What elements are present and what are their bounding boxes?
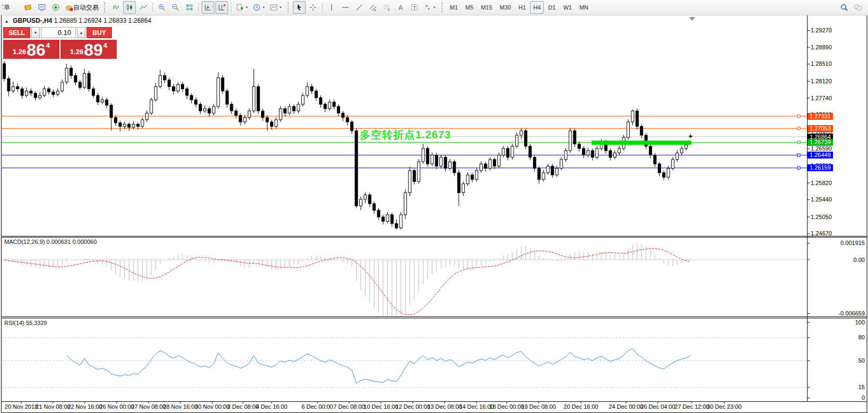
tf-d1-button[interactable]: D1 [545, 1, 559, 14]
timeframe-group: M1 M5 M15 M30 H1 H4 D1 W1 MN [446, 1, 592, 14]
zoom-in-icon [158, 3, 166, 12]
rsi-indicator-label: RSI(14) 55.3329 [4, 320, 47, 326]
chart-canvas[interactable] [0, 0, 868, 413]
text-a-icon: A [396, 3, 405, 12]
trendline-button[interactable] [353, 1, 366, 14]
search-button[interactable] [838, 1, 850, 14]
rsi-scale-label: 15 [858, 384, 865, 390]
svg-text:A: A [398, 4, 403, 12]
zoom-in-button[interactable] [155, 1, 168, 14]
text-label-icon: T [410, 3, 419, 12]
line-chart-icon [139, 3, 147, 12]
sell-price-prefix: 1.26 [13, 48, 26, 56]
new-order-button[interactable]: 订单 [1, 1, 21, 14]
tf-w1-button[interactable]: W1 [560, 1, 575, 14]
zoom-out-button[interactable] [169, 1, 182, 14]
autotrading-button[interactable]: 自动交易 [63, 1, 100, 14]
equidistant-channel-button[interactable]: E [367, 1, 379, 14]
time-axis-label: 24 Dec 00:00 [609, 403, 643, 410]
macd-indicator-label: MACD(12,26,9) 0.000631 0.000060 [4, 239, 97, 245]
highlight-bar[interactable] [592, 140, 691, 145]
toolbar-separator [152, 3, 153, 12]
buy-price-sup: 4 [103, 41, 107, 49]
price-line-label: 1.26739 [808, 139, 833, 146]
tf-mn-button[interactable]: MN [576, 1, 592, 14]
tile-windows-icon [185, 3, 194, 12]
navigator-button[interactable] [49, 1, 62, 14]
price-tick-label: 1.29270 [811, 27, 832, 33]
buy-price-big: 89 [84, 42, 103, 58]
candlestick-chart-button[interactable] [123, 1, 136, 14]
tf-h1-button[interactable]: H1 [515, 1, 529, 14]
tile-windows-button[interactable] [183, 1, 196, 14]
volume-increase-button[interactable]: ▲ [77, 27, 85, 38]
cursor-icon [295, 3, 303, 12]
fibonacci-icon: F [383, 3, 391, 12]
time-axis-label: 3 Dec 08:00 [227, 403, 258, 410]
time-axis-label: 14 Dec 16:00 [459, 403, 493, 410]
tf-m15-button[interactable]: M15 [478, 1, 495, 14]
price-tick-label: 1.28890 [811, 44, 832, 50]
price-tick-label: 1.26590 [811, 145, 832, 152]
time-axis-label: 6 Dec 00:00 [301, 403, 333, 410]
toolbar-grip [288, 2, 290, 13]
time-axis-label: 13 Dec 08:00 [427, 403, 462, 410]
buy-price-box[interactable]: 1.26 89 4 [60, 40, 117, 59]
auto-scroll-button[interactable] [202, 1, 214, 14]
collapse-panel-icon[interactable]: ▲ [4, 19, 9, 24]
tf-m5-button[interactable]: M5 [462, 1, 476, 14]
arrows-dropdown-button[interactable]: ▼ [422, 1, 438, 14]
symbol-period-label: GBPUSD-,H4 [13, 17, 52, 24]
autotrading-label: 自动交易 [73, 3, 99, 12]
horizontal-line-button[interactable] [339, 1, 352, 14]
buy-price-prefix: 1.26 [70, 48, 83, 56]
bar-chart-button[interactable] [109, 1, 122, 14]
chart-shift-icon [218, 3, 226, 12]
one-click-trading-panel: SELL ▼ ▲ BUY 1.26 86 4 1.26 89 4 [3, 27, 118, 59]
sell-price-box[interactable]: 1.26 86 4 [3, 40, 59, 59]
line-chart-button[interactable] [137, 1, 150, 14]
price-tick-label: 1.25050 [811, 214, 832, 220]
time-axis-label: 22 Nov 16:00 [67, 403, 102, 410]
fibonacci-button[interactable]: F [380, 1, 393, 14]
vertical-line-button[interactable] [325, 1, 338, 14]
chat-icon [853, 3, 863, 12]
market-watch-icon [24, 3, 32, 12]
buy-button[interactable]: BUY [86, 27, 112, 38]
text-label-button[interactable]: T [408, 1, 421, 14]
time-axis-label: 18 Dec 00:00 [489, 403, 524, 410]
crosshair-button[interactable] [307, 1, 319, 14]
volume-decrease-button[interactable]: ▼ [31, 27, 40, 38]
volume-input[interactable] [41, 27, 76, 38]
macd-scale-label: -0.006659 [838, 310, 865, 317]
svg-text:T: T [413, 5, 416, 11]
new-order-doc-icon [236, 3, 244, 12]
tf-h4-button[interactable]: H4 [530, 1, 544, 14]
trendline-icon [355, 3, 363, 12]
price-tick-label: 1.24670 [811, 230, 832, 236]
time-axis-label: 26 Dec 04:00 [640, 403, 675, 410]
cursor-button[interactable] [293, 1, 306, 14]
new-order-dropdown-button[interactable]: ▼ [234, 1, 250, 14]
period-clock-dropdown-button[interactable]: ▼ [251, 1, 267, 14]
time-axis-label: 12 Dec 00:00 [395, 403, 430, 410]
autotrading-icon [65, 3, 73, 12]
sell-button[interactable]: SELL [3, 27, 30, 38]
price-tick-label: 1.28510 [811, 60, 832, 67]
tf-m1-button[interactable]: M1 [447, 1, 461, 14]
new-order-label: 订单 [2, 3, 10, 12]
navigator-icon [51, 3, 60, 12]
chart-shift-button[interactable] [215, 1, 228, 14]
market-watch-button[interactable] [22, 1, 34, 14]
text-button[interactable]: A [394, 1, 407, 14]
toolbar-separator [198, 3, 199, 12]
chart-title: ▲ GBPUSD-,H4 1.26885 1.26924 1.26833 1.2… [4, 17, 151, 24]
chat-button[interactable] [852, 1, 864, 14]
price-tick-label: 1.28120 [811, 78, 832, 84]
search-icon [840, 3, 848, 12]
sell-price-sup: 4 [46, 41, 50, 49]
indicators-dropdown-button[interactable]: ▼ [268, 1, 284, 14]
arrows-icon [423, 3, 432, 12]
tf-m30-button[interactable]: M30 [497, 1, 514, 14]
data-window-button[interactable] [36, 1, 48, 14]
